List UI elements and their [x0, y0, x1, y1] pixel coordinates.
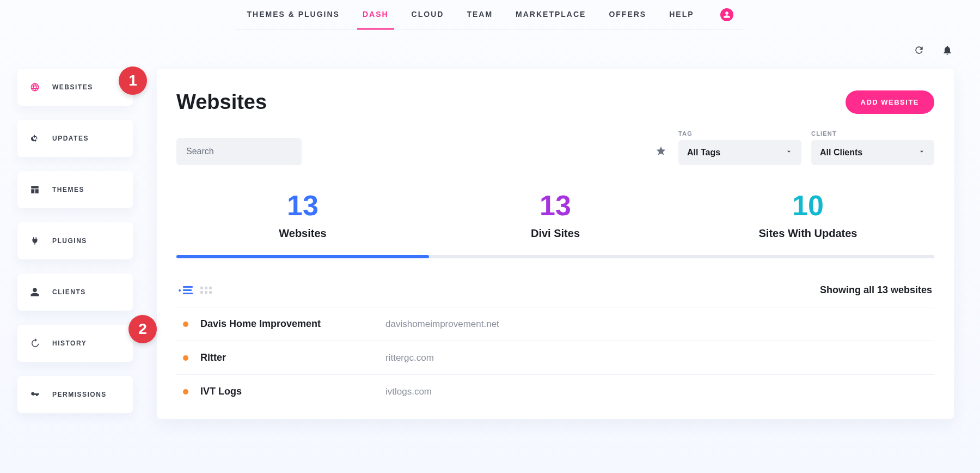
topnav: THEMES & PLUGINS DASH CLOUD TEAM MARKETP… [0, 0, 980, 29]
add-website-button[interactable]: ADD WEBSITE [846, 90, 935, 114]
view-list-button[interactable] [179, 286, 192, 295]
site-domain: ivtlogs.com [385, 386, 432, 397]
page-title: Websites [176, 90, 267, 114]
callout-badge-2: 2 [128, 315, 157, 343]
topnav-item-cloud[interactable]: CLOUD [412, 0, 444, 29]
sync-icon [29, 133, 40, 144]
callout-badge-1: 1 [119, 66, 147, 95]
client-filter-select[interactable]: All Clients [811, 140, 934, 165]
stat-value-websites: 13 [176, 191, 429, 220]
stat-label-websites: Websites [176, 227, 429, 240]
sidebar-item-label: PLUGINS [52, 237, 87, 245]
sidebar-item-clients[interactable]: CLIENTS [17, 274, 133, 311]
stat-tab-websites[interactable]: 13 Websites [176, 191, 429, 255]
account-menu[interactable] [720, 8, 733, 21]
stats-tabs: 13 Websites 13 Divi Sites 10 Sites With … [176, 191, 934, 258]
user-icon [720, 8, 733, 21]
client-filter-value: All Clients [820, 148, 862, 157]
bell-icon [942, 45, 953, 58]
table-row[interactable]: IVT Logs ivtlogs.com [176, 374, 934, 408]
sidebar-item-label: HISTORY [52, 339, 87, 347]
sidebar-item-themes[interactable]: THEMES [17, 171, 133, 208]
globe-icon [29, 82, 40, 93]
client-filter-group: CLIENT All Clients [811, 130, 934, 165]
sidebar-item-label: WEBSITES [52, 83, 93, 91]
sidebar-item-label: UPDATES [52, 135, 89, 142]
sidebar-item-websites[interactable]: WEBSITES [17, 69, 133, 106]
status-dot-icon [183, 322, 188, 327]
topnav-item-help[interactable]: HELP [669, 0, 694, 29]
refresh-button[interactable] [912, 45, 926, 58]
chevron-down-icon [785, 148, 793, 157]
star-icon [656, 145, 666, 159]
panel-header: Websites ADD WEBSITE [176, 90, 934, 114]
list-icon [179, 289, 181, 292]
list-count-text: Showing all 13 websites [820, 284, 932, 296]
layout-icon [29, 184, 40, 195]
list-header: Showing all 13 websites [176, 284, 934, 296]
panel-main: Websites ADD WEBSITE TAG All Tags [157, 69, 954, 419]
stats-active-indicator [176, 255, 429, 258]
plug-icon [29, 235, 40, 246]
stat-tab-updates[interactable]: 10 Sites With Updates [682, 191, 934, 255]
view-grid-button[interactable] [199, 286, 212, 295]
topnav-underline [236, 29, 744, 29]
sidebar-item-permissions[interactable]: PERMISSIONS [17, 376, 133, 413]
tag-filter-label: TAG [678, 130, 801, 137]
sidebar-item-label: CLIENTS [52, 288, 86, 296]
refresh-icon [914, 45, 924, 58]
table-row[interactable]: Ritter rittergc.com [176, 341, 934, 374]
sidebar-item-label: THEMES [52, 186, 84, 193]
table-row[interactable]: Davis Home Improvement davishomeimprovem… [176, 307, 934, 341]
site-name: IVT Logs [200, 386, 385, 397]
favorites-filter-button[interactable] [653, 144, 669, 160]
search-input[interactable] [176, 138, 302, 165]
filter-row: TAG All Tags CLIENT All Clients [176, 130, 934, 165]
site-name: Ritter [200, 352, 385, 363]
tag-filter-select[interactable]: All Tags [678, 140, 801, 165]
site-name: Davis Home Improvement [200, 318, 385, 330]
grid-icon [200, 287, 212, 294]
websites-table: Davis Home Improvement davishomeimprovem… [176, 307, 934, 408]
sidebar-item-label: PERMISSIONS [52, 391, 107, 398]
site-domain: rittergc.com [385, 353, 434, 363]
site-domain: davishomeimprovement.net [385, 319, 499, 330]
client-filter-label: CLIENT [811, 130, 934, 137]
key-icon [29, 389, 40, 400]
notifications-button[interactable] [941, 45, 954, 58]
status-dot-icon [183, 389, 188, 395]
sidebar: 1 WEBSITES UPDATES THEMES PLUGINS [17, 69, 133, 413]
topnav-item-offers[interactable]: OFFERS [609, 0, 646, 29]
tag-filter-value: All Tags [687, 148, 720, 157]
sidebar-item-plugins[interactable]: PLUGINS [17, 222, 133, 259]
sidebar-item-updates[interactable]: UPDATES [17, 120, 133, 157]
status-dot-icon [183, 355, 188, 361]
sidebar-item-history[interactable]: HISTORY [17, 325, 133, 362]
stat-tab-divi[interactable]: 13 Divi Sites [429, 191, 682, 255]
stat-label-updates: Sites With Updates [682, 227, 934, 240]
topnav-item-team[interactable]: TEAM [467, 0, 493, 29]
stat-value-divi: 13 [429, 191, 682, 220]
history-icon [29, 338, 40, 349]
stat-label-divi: Divi Sites [429, 227, 682, 240]
topnav-item-themes-plugins[interactable]: THEMES & PLUGINS [247, 0, 339, 29]
utility-row [0, 29, 980, 58]
person-icon [29, 287, 40, 298]
tag-filter-group: TAG All Tags [678, 130, 801, 165]
topnav-item-marketplace[interactable]: MARKETPLACE [516, 0, 586, 29]
chevron-down-icon [918, 148, 926, 157]
topnav-item-dash[interactable]: DASH [363, 0, 389, 29]
view-toggle [179, 286, 212, 295]
stat-value-updates: 10 [682, 191, 934, 220]
